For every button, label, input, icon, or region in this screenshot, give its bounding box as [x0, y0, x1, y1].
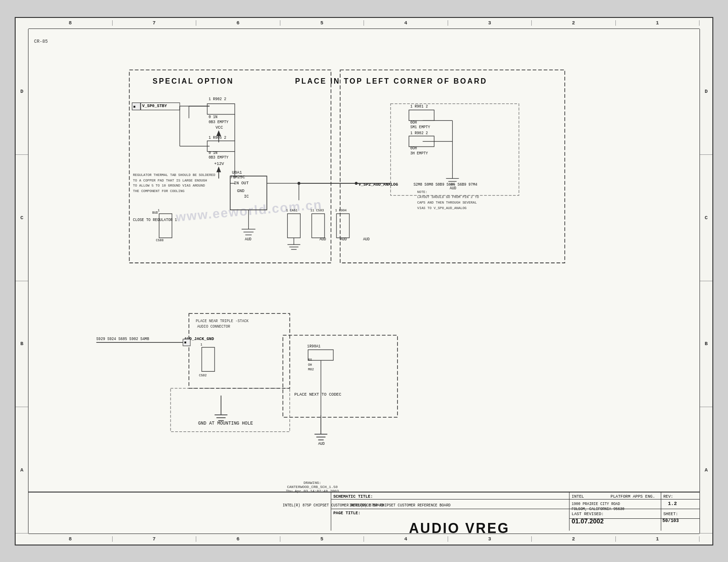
border-letter-b-left: B	[16, 281, 28, 408]
svg-text:0 1N: 0 1N	[209, 115, 217, 119]
svg-text:AUDIO CONNECTOR: AUDIO CONNECTOR	[197, 324, 230, 328]
svg-text:1900 PRAIRIE CITY ROAD: 1900 PRAIRIE CITY ROAD	[572, 501, 620, 505]
border-num-7-bot: 7	[113, 536, 197, 542]
svg-marker-37	[216, 130, 221, 136]
border-num-1-top: 1	[616, 20, 700, 26]
svg-text:0B3 EMPTY: 0B3 EMPTY	[209, 119, 228, 124]
svg-text:01.07.2002: 01.07.2002	[572, 517, 604, 524]
svg-text:S2M8 S0M8 S0B9 S6B5 S6B9 97M4: S2M8 S0M8 S0B9 S6B5 S6B9 97M4	[414, 182, 478, 186]
svg-text:FOLSOM, CALIFORNIA 95630: FOLSOM, CALIFORNIA 95630	[572, 506, 625, 511]
svg-text:REGULATOR THERMAL TAB SHOULD B: REGULATOR THERMAL TAB SHOULD BE SOLDERED	[133, 173, 215, 177]
svg-text:OH: OH	[308, 363, 312, 366]
svg-text:1: 1	[307, 344, 309, 348]
schematic-sheet: 8 7 6 5 4 3 2 1 8 7 6 5 4 3 2 1 D C B A	[15, 17, 713, 545]
svg-text:1.2: 1.2	[668, 500, 677, 506]
border-num-8-top: 8	[28, 20, 113, 26]
svg-rect-0	[129, 70, 331, 263]
svg-text:LAST REVISED:: LAST REVISED:	[572, 511, 604, 516]
svg-text:0B3 EMPTY: 0B3 EMPTY	[209, 155, 228, 159]
border-num-2-bot: 2	[532, 536, 616, 542]
svg-text:3H EMPTY: 3H EMPTY	[410, 151, 428, 155]
svg-text:C508: C508	[156, 238, 164, 242]
svg-text:AUD: AUD	[245, 237, 251, 241]
svg-text:PLATFORM APPS ENG.: PLATFORM APPS ENG.	[611, 494, 655, 499]
border-num-3-bot: 3	[448, 536, 532, 542]
border-letter-b-right: B	[700, 281, 712, 408]
svg-rect-28	[287, 214, 300, 238]
border-bottom: 8 7 6 5 4 3 2 1	[28, 534, 700, 545]
svg-text:1 R901 2: 1 R901 2	[410, 104, 428, 108]
svg-marker-40	[216, 166, 221, 172]
border-num-6-bot: 6	[196, 536, 280, 542]
svg-text:GND: GND	[237, 188, 245, 193]
svg-rect-32	[336, 214, 349, 238]
svg-text:V_SP0_STBY: V_SP0_STBY	[142, 103, 167, 108]
border-num-4-bot: 4	[364, 536, 448, 542]
border-letter-a-left: A	[16, 407, 28, 534]
svg-text:VIAS TO V_SP0_AUD_ANALOG: VIAS TO V_SP0_AUD_ANALOG	[417, 206, 467, 210]
border-letter-d-left: D	[16, 29, 28, 155]
svg-rect-97	[283, 335, 397, 417]
svg-text:0OH: 0OH	[410, 120, 417, 124]
border-top: 8 7 6 5 4 3 2 1	[28, 18, 700, 29]
svg-text:AUD: AUD	[449, 186, 456, 190]
svg-text:1: 1	[200, 342, 202, 346]
page-container: 8 7 6 5 4 3 2 1 8 7 6 5 4 3 2 1 D C B A	[0, 0, 728, 562]
border-letter-c-left: C	[16, 155, 28, 281]
svg-text:■: ■	[184, 341, 187, 345]
svg-text:+12V: +12V	[214, 161, 224, 166]
svg-text:AUD: AUD	[319, 237, 326, 241]
schematic-content: CR-85 SPECIAL OPTION PLACE IN TOP LEFT C…	[28, 29, 700, 534]
svg-text:TO ALLOW 5 TO 10 GROUND VIAS A: TO ALLOW 5 TO 10 GROUND VIAS AROUND	[133, 184, 205, 187]
svg-text:1 C904: 1 C904	[335, 208, 347, 212]
svg-text:INTEL: INTEL	[572, 494, 584, 499]
svg-text:C502: C502	[199, 373, 207, 377]
svg-text:NOTE:: NOTE:	[417, 190, 427, 193]
border-left: D C B A	[16, 29, 28, 534]
border-num-8-bot: 8	[28, 536, 113, 542]
svg-text:LAYOUT SHOULD GO FROM PIN 2 TO: LAYOUT SHOULD GO FROM PIN 2 TO	[417, 195, 479, 199]
svg-text:THE COMPONENT FOR COOLING: THE COMPONENT FOR COOLING	[133, 189, 184, 193]
border-num-5-top: 5	[280, 20, 364, 26]
svg-text:PAGE TITLE:: PAGE TITLE:	[333, 510, 360, 515]
svg-text:AUD: AUD	[340, 237, 347, 241]
svg-text:CAPS AND THEN THROUGH SEVERAL: CAPS AND THEN THROUGH SEVERAL	[417, 200, 477, 204]
border-num-7-top: 7	[113, 20, 197, 26]
svg-text:AUD: AUD	[363, 237, 370, 241]
border-letter-a-right: A	[700, 407, 712, 534]
svg-text:8X: 8X	[308, 358, 312, 362]
svg-text:0 1N: 0 1N	[209, 150, 217, 154]
svg-text:M02: M02	[308, 368, 314, 371]
svg-text:1: 1	[158, 208, 159, 212]
svg-text:1 R902 2: 1 R902 2	[410, 131, 428, 135]
svg-text:S929 S924 S685 S902 S4MB: S929 S924 S685 S902 S4MB	[97, 336, 149, 341]
svg-rect-17	[409, 110, 434, 120]
svg-text:IN  OUT: IN OUT	[234, 180, 249, 185]
svg-text:AUDIO  VREG: AUDIO VREG	[409, 520, 510, 534]
svg-text:0OH: 0OH	[410, 146, 417, 150]
svg-text:SCHEMATIC TITLE:: SCHEMATIC TITLE:	[333, 494, 373, 499]
border-letter-c-right: C	[700, 155, 712, 281]
svg-text:1 R905 2: 1 R905 2	[209, 136, 226, 140]
svg-text:IC: IC	[244, 194, 249, 199]
svg-text:CLOSE TO REGULATOR 1: CLOSE TO REGULATOR 1	[133, 217, 177, 221]
svg-text:PLACE NEXT TO CODEC: PLACE NEXT TO CODEC	[294, 392, 341, 397]
svg-text:REV:: REV:	[663, 494, 673, 499]
border-num-5-bot: 5	[280, 536, 364, 542]
svg-rect-89	[202, 347, 215, 371]
svg-rect-13	[207, 141, 235, 151]
svg-text:GND AT MOUNTING HOLE: GND AT MOUNTING HOLE	[198, 420, 253, 426]
svg-text:SM1 EMPTY: SM1 EMPTY	[410, 125, 430, 129]
svg-rect-30	[312, 214, 324, 238]
svg-text:INTEL(R) 875P CHIPSET CUSTOMER: INTEL(R) 875P CHIPSET CUSTOMER REFERENCE…	[349, 503, 450, 507]
svg-text:PLACE NEAR TRIPLE -STACK: PLACE NEAR TRIPLE -STACK	[196, 319, 249, 323]
svg-text:BUD: BUD	[152, 210, 158, 214]
svg-text:11 C503: 11 C503	[310, 208, 324, 212]
svg-text:R90A1: R90A1	[309, 344, 320, 348]
svg-text:■: ■	[133, 104, 136, 108]
svg-rect-9	[207, 103, 235, 114]
svg-text:78M25C: 78M25C	[230, 175, 245, 180]
border-num-2-top: 2	[532, 20, 616, 26]
svg-text:50/103: 50/103	[662, 517, 679, 523]
border-num-6-top: 6	[196, 20, 280, 26]
